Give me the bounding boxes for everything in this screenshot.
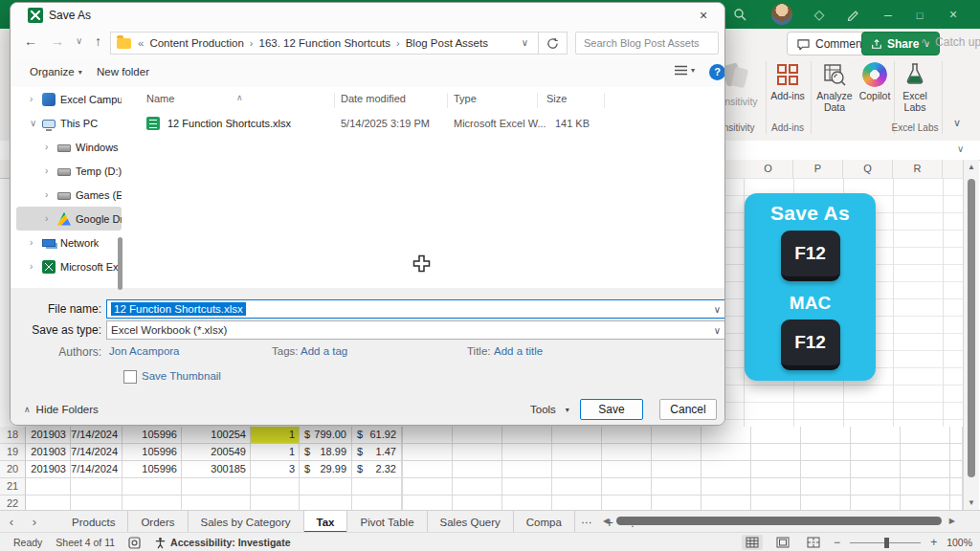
vertical-scroll-thumb[interactable] <box>968 179 975 477</box>
excel-labs-button[interactable]: Excel Labs <box>896 62 934 113</box>
expand-chevron-icon[interactable]: › <box>45 142 53 152</box>
sheet-tab[interactable]: Tax <box>304 511 348 533</box>
sidebar-item[interactable]: › Excel Campus <box>16 87 122 111</box>
cell-currency[interactable]: $799.00 <box>300 427 352 444</box>
sheet-row[interactable]: 18 201903 7/14/2024 105996 100254 1 $799… <box>0 427 963 444</box>
authors-value[interactable]: Jon Acampora <box>109 345 180 357</box>
cell-currency[interactable]: $29.99 <box>300 461 352 478</box>
add-title-link[interactable]: Add a title <box>494 345 543 357</box>
row-number[interactable]: 18 <box>0 427 26 444</box>
page-layout-view-icon[interactable] <box>772 535 793 550</box>
catch-up-button[interactable]: ∿ Catch up <box>921 35 980 49</box>
sidebar-item[interactable]: ∨ This PC <box>16 111 122 135</box>
row-number[interactable]: 21 <box>0 478 26 496</box>
zoom-slider-thumb[interactable] <box>884 538 889 548</box>
cell[interactable]: 200549 <box>182 444 251 461</box>
empty-cells[interactable] <box>402 496 963 510</box>
scroll-right-icon[interactable]: ▶ <box>944 517 955 525</box>
column-header[interactable]: O <box>744 160 793 178</box>
up-icon[interactable]: ↑ <box>95 33 101 49</box>
sheet-row[interactable]: 21 <box>0 478 963 496</box>
zoom-in-icon[interactable]: + <box>930 536 937 549</box>
column-date-modified[interactable]: Date modified <box>341 93 406 104</box>
add-ins-button[interactable]: Add-ins <box>768 62 808 101</box>
next-sheet-icon[interactable]: › <box>23 511 46 533</box>
column-name[interactable]: Name <box>146 93 174 104</box>
sidebar-item[interactable]: › Google Drive ( <box>16 207 122 231</box>
save-thumbnail-checkbox[interactable] <box>123 370 137 384</box>
sheet-row[interactable]: 20 201903 7/14/2024 105996 300185 3 $29.… <box>0 461 963 478</box>
cell[interactable]: 7/14/2024 <box>71 444 122 461</box>
cell-currency[interactable]: $18.99 <box>300 444 352 461</box>
cell[interactable] <box>122 496 182 510</box>
cell[interactable] <box>71 496 122 510</box>
cell-highlighted[interactable]: 3 <box>251 461 300 478</box>
cell[interactable]: 105996 <box>122 444 182 461</box>
cell-currency[interactable]: $61.92 <box>352 427 402 444</box>
search-input[interactable] <box>576 37 724 49</box>
sheet-row[interactable]: 19 201903 7/14/2024 105996 200549 1 $18.… <box>0 444 963 461</box>
column-type[interactable]: Type <box>454 93 477 104</box>
sheet-tab[interactable]: Sales Query <box>428 511 514 533</box>
sidebar-item[interactable]: › Temp (D:) <box>16 159 122 183</box>
save-type-select[interactable]: Excel Workbook (*.xlsx) ∨ <box>106 320 725 340</box>
avatar[interactable] <box>771 4 792 25</box>
gem-icon[interactable]: ◇ <box>810 6 829 23</box>
sheet-tab[interactable]: Orders <box>128 511 188 533</box>
recent-locations-icon[interactable]: ∨ <box>76 35 82 46</box>
minimize-icon[interactable]: – <box>879 6 898 23</box>
sheet-tab[interactable]: Products <box>59 511 128 533</box>
column-size[interactable]: Size <box>546 93 567 104</box>
cell[interactable]: 201903 <box>26 444 71 461</box>
help-button[interactable]: ? <box>709 64 725 80</box>
file-name-input[interactable]: 12 Function Shortcuts.xlsx ∨ <box>106 299 725 319</box>
cell-highlighted[interactable] <box>251 496 300 510</box>
new-folder-button[interactable]: New folder <box>97 66 149 77</box>
horizontal-scroll-thumb[interactable] <box>616 517 942 525</box>
copilot-button[interactable]: Copilot <box>855 62 895 101</box>
expand-chevron-icon[interactable]: › <box>30 94 37 104</box>
more-sheets-icon[interactable]: ⋯ <box>575 511 598 533</box>
cell[interactable]: 105996 <box>122 427 182 444</box>
accessibility-status[interactable]: Accessibility: Investigate <box>154 537 290 549</box>
change-view-button[interactable]: ▾ <box>675 65 695 76</box>
empty-cells[interactable] <box>402 461 963 478</box>
sheet-tab[interactable]: Sales by Category <box>189 511 304 533</box>
expand-chevron-icon[interactable]: › <box>30 237 37 248</box>
normal-view-icon[interactable] <box>742 535 763 550</box>
page-break-view-icon[interactable] <box>803 535 824 550</box>
forward-icon[interactable]: → <box>51 33 64 49</box>
search-box[interactable] <box>575 32 719 55</box>
cell[interactable]: 7/14/2024 <box>71 427 122 444</box>
sidebar-item[interactable]: › Network <box>16 231 122 254</box>
cell[interactable]: 201903 <box>26 461 71 478</box>
expand-chevron-icon[interactable]: › <box>45 165 53 176</box>
expand-chevron-icon[interactable]: › <box>45 189 53 200</box>
search-icon[interactable] <box>733 8 746 21</box>
cell[interactable]: 100254 <box>182 427 251 444</box>
breadcrumb-item[interactable]: 163. 12 Function Shortcuts <box>256 37 394 49</box>
cell-currency[interactable] <box>300 496 352 510</box>
zoom-out-icon[interactable]: − <box>834 536 840 549</box>
cell[interactable] <box>26 496 71 510</box>
formula-bar-expand-icon[interactable]: ∨ <box>957 143 964 154</box>
collapsed-crumbs-icon[interactable]: « <box>138 37 145 49</box>
cell[interactable]: 300185 <box>182 461 251 478</box>
sheet-row[interactable]: 22 <box>0 496 963 510</box>
row-number[interactable]: 19 <box>0 444 26 461</box>
zoom-slider[interactable] <box>850 542 921 543</box>
save-button[interactable]: Save <box>580 399 643 420</box>
restore-icon[interactable]: □ <box>910 7 929 24</box>
cell[interactable] <box>182 496 251 510</box>
sheet-tab[interactable]: Compa <box>514 511 575 533</box>
hide-folders-button[interactable]: ∧ Hide Folders <box>24 404 99 415</box>
column-header[interactable]: Q <box>843 160 893 178</box>
sidebar-item[interactable]: › Windows (C:) <box>16 135 122 159</box>
cell[interactable]: 201903 <box>26 427 71 444</box>
cell-currency[interactable]: $2.32 <box>352 461 402 478</box>
organize-button[interactable]: Organize ▾ <box>30 66 82 77</box>
breadcrumb[interactable]: « Content Production› 163. 12 Function S… <box>110 32 539 55</box>
cell[interactable] <box>71 478 122 496</box>
cell-currency[interactable] <box>300 478 352 496</box>
sheet-rows[interactable]: 18 201903 7/14/2024 105996 100254 1 $799… <box>0 427 963 510</box>
